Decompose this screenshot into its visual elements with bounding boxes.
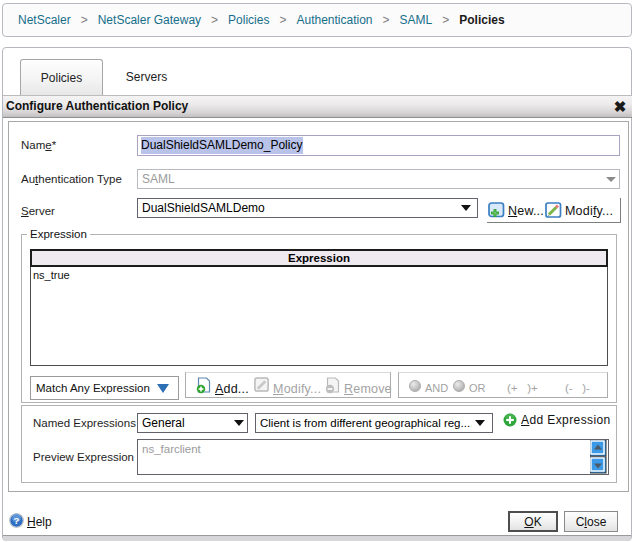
- svg-text:?: ?: [14, 515, 20, 526]
